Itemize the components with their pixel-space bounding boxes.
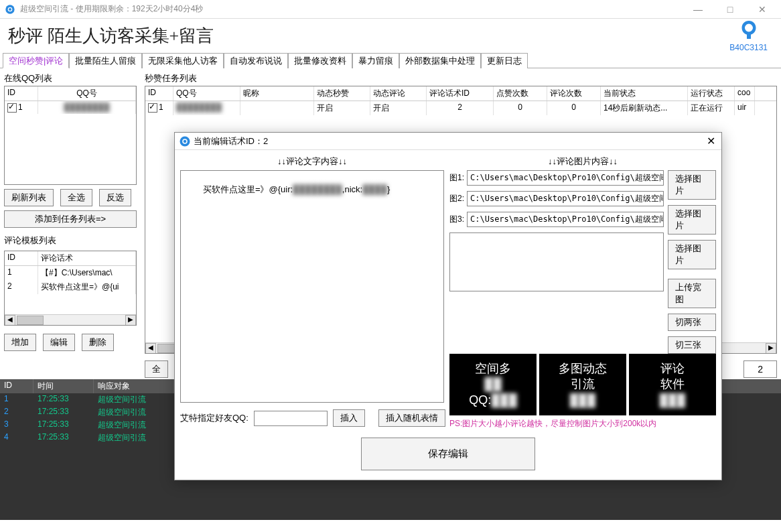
- app-icon: [4, 3, 16, 15]
- banner-code: B40C3131: [729, 43, 768, 52]
- select-all-button[interactable]: 全选: [60, 189, 92, 206]
- window-controls: — □ ✕: [690, 4, 777, 15]
- img3-label: 图3:: [449, 214, 464, 225]
- refresh-list-button[interactable]: 刷新列表: [4, 189, 54, 206]
- add-template-button[interactable]: 增加: [4, 334, 36, 351]
- insert-button[interactable]: 插入: [333, 409, 365, 427]
- tab-force-mark[interactable]: 暴力留痕: [352, 53, 399, 68]
- task-list-label: 秒赞任务列表: [145, 71, 777, 86]
- at-friend-input[interactable]: [254, 411, 328, 426]
- online-qq-label: 在线QQ列表: [4, 71, 137, 86]
- col-qq: QQ号: [38, 86, 136, 101]
- edit-template-button[interactable]: 编辑: [43, 334, 75, 351]
- scroll-thumb[interactable]: [17, 316, 44, 325]
- dialog-close-button[interactable]: ✕: [704, 135, 717, 147]
- col-id: ID: [5, 251, 38, 265]
- invert-select-button[interactable]: 反选: [99, 189, 131, 206]
- save-edit-button[interactable]: 保存编辑: [361, 438, 535, 470]
- cut-two-button[interactable]: 切两张: [668, 314, 716, 331]
- maximize-button[interactable]: □: [722, 4, 738, 15]
- row-checkbox[interactable]: [148, 103, 157, 113]
- titlebar-text: 超级空间引流 - 使用期限剩余：192天2小时40分4秒: [20, 3, 203, 15]
- svg-point-2: [9, 8, 11, 11]
- template-list-label: 评论模板列表: [4, 233, 137, 248]
- upload-wide-button[interactable]: 上传宽图: [668, 279, 716, 308]
- list-item[interactable]: 1 ████████: [5, 101, 136, 114]
- at-friend-label: 艾特指定好友QQ:: [180, 412, 248, 424]
- qq-number: ████████: [38, 101, 136, 114]
- img2-path-input[interactable]: C:\Users\mac\Desktop\Pro10\Config\超级空间: [467, 191, 664, 206]
- cut-three-button[interactable]: 切三张: [668, 336, 716, 354]
- edit-dialog: 当前编辑话术ID：2 ✕ ↓↓评论文字内容↓↓ 买软件点这里=》@{uir:██…: [174, 132, 722, 480]
- comment-text-textarea[interactable]: 买软件点这里=》@{uir:████████,nick:████}: [180, 170, 444, 403]
- tab-external-data[interactable]: 外部数据集中处理: [399, 53, 481, 68]
- insert-emoji-button[interactable]: 插入随机表情: [378, 409, 445, 427]
- template-list[interactable]: ID 评论话术 1 【#】C:\Users\mac\ 2 买软件点这里=》@{u…: [4, 251, 137, 326]
- tab-batch-edit[interactable]: 批量修改资料: [288, 53, 352, 68]
- scroll-left-icon[interactable]: ◀: [145, 343, 156, 354]
- dialog-title-text: 当前编辑话术ID：2: [194, 135, 268, 147]
- img2-label: 图2:: [449, 193, 464, 204]
- tab-collect-visitors[interactable]: 无限采集他人访客: [142, 53, 224, 68]
- close-button[interactable]: ✕: [754, 4, 770, 15]
- select-image-button[interactable]: 选择图片: [668, 240, 716, 269]
- online-qq-list[interactable]: ID QQ号 1 ████████: [4, 86, 137, 185]
- list-item[interactable]: 2 买软件点这里=》@{ui: [5, 280, 136, 294]
- dialog-icon: [179, 135, 191, 147]
- add-to-task-button[interactable]: 添加到任务列表=>: [4, 210, 137, 228]
- svg-point-6: [184, 139, 187, 143]
- table-row[interactable]: 1 ████████ 开启 开启 2 0 0 14秒后刷新动态... 正在运行 …: [145, 101, 776, 115]
- image-preview-box: [449, 232, 664, 291]
- scroll-left-icon[interactable]: ◀: [5, 315, 15, 326]
- select-image-button[interactable]: 选择图片: [668, 205, 716, 235]
- scroll-right-icon[interactable]: ▶: [125, 315, 136, 326]
- img1-path-input[interactable]: C:\Users\mac\Desktop\Pro10\Config\超级空间: [467, 170, 664, 186]
- svg-rect-3: [747, 34, 751, 40]
- col-id: ID: [5, 86, 38, 101]
- horizontal-scrollbar[interactable]: ◀ ▶: [5, 314, 136, 325]
- image-section-title: ↓↓评论图片内容↓↓: [449, 153, 716, 170]
- count-box: 2: [743, 360, 777, 378]
- select-all-tasks-button[interactable]: 全: [145, 360, 168, 378]
- dialog-titlebar: 当前编辑话术ID：2 ✕: [175, 133, 721, 150]
- tab-changelog[interactable]: 更新日志: [481, 53, 528, 68]
- img3-path-input[interactable]: C:\Users\mac\Desktop\Pro10\Config\超级空间: [467, 212, 664, 227]
- text-section-title: ↓↓评论文字内容↓↓: [180, 153, 444, 170]
- list-item[interactable]: 1 【#】C:\Users\mac\: [5, 266, 136, 280]
- banner: 秒评 陌生人访客采集+留言 B40C3131: [0, 19, 781, 52]
- tab-stranger-mark[interactable]: 批量陌生人留痕: [69, 53, 142, 68]
- select-image-button[interactable]: 选择图片: [668, 170, 716, 200]
- col-text: 评论话术: [38, 251, 136, 265]
- row-checkbox[interactable]: [7, 103, 17, 113]
- titlebar: 超级空间引流 - 使用期限剩余：192天2小时40分4秒 — □ ✕: [0, 0, 781, 19]
- delete-template-button[interactable]: 删除: [82, 334, 114, 351]
- tabbar: 空间秒赞|评论 批量陌生人留痕 无限采集他人访客 自动发布说说 批量修改资料 暴…: [0, 52, 781, 68]
- left-column: 在线QQ列表 ID QQ号 1 ████████ 刷新列表 全选 反选 添加到任…: [0, 68, 141, 379]
- img1-label: 图1:: [449, 172, 464, 184]
- banner-title: 秒评 陌生人访客采集+留言: [8, 24, 214, 48]
- banner-logo-icon: [737, 19, 761, 43]
- tab-auto-post[interactable]: 自动发布说说: [224, 53, 288, 68]
- tab-seconds-like[interactable]: 空间秒赞|评论: [3, 53, 69, 68]
- minimize-button[interactable]: —: [690, 4, 706, 15]
- scroll-right-icon[interactable]: ▶: [766, 343, 776, 354]
